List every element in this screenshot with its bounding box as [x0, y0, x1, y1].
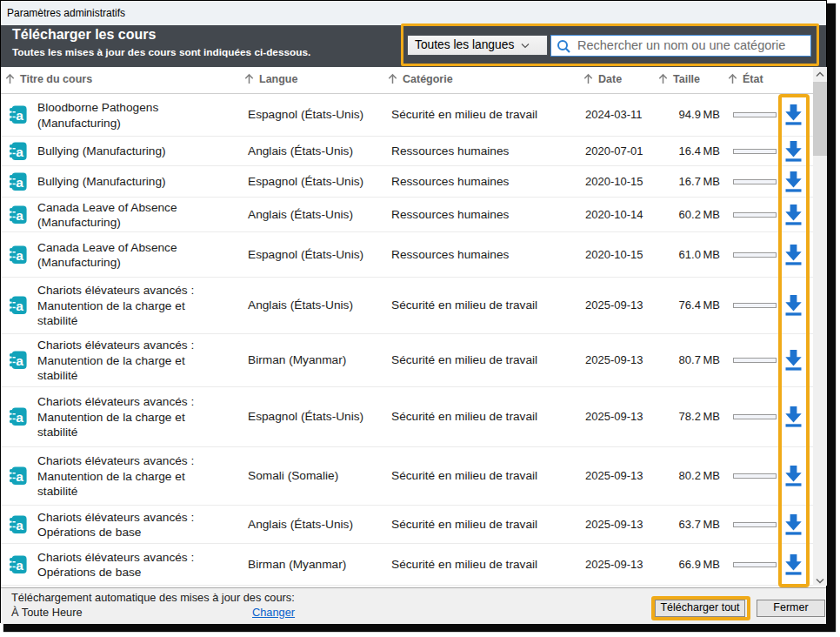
- svg-text:a: a: [16, 248, 23, 263]
- svg-text:a: a: [16, 353, 23, 368]
- svg-text:a: a: [16, 558, 23, 573]
- svg-text:a: a: [16, 208, 23, 223]
- svg-text:a: a: [16, 410, 23, 425]
- svg-text:a: a: [16, 469, 23, 484]
- svg-text:a: a: [16, 175, 23, 190]
- svg-text:a: a: [16, 518, 23, 533]
- svg-text:a: a: [16, 108, 23, 123]
- svg-text:a: a: [16, 298, 23, 313]
- svg-text:a: a: [16, 144, 23, 159]
